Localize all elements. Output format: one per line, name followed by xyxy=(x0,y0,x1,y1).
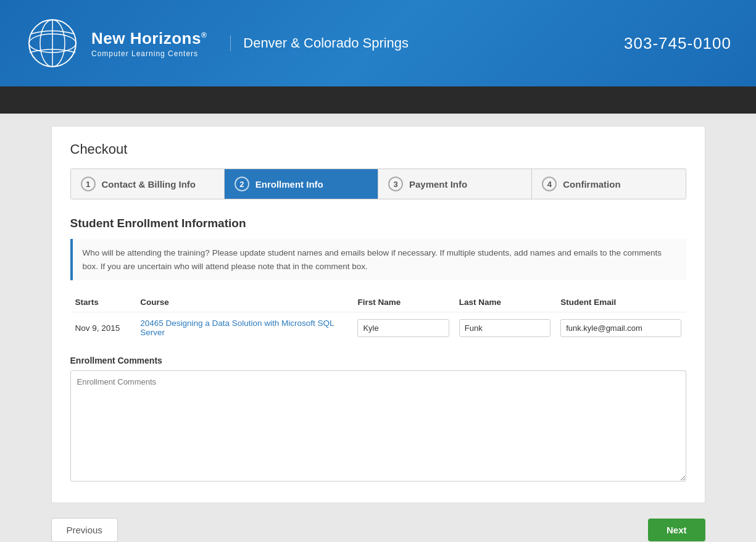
col-header-email: Student Email xyxy=(555,294,686,312)
course-link[interactable]: 20465 Designing a Data Solution with Mic… xyxy=(140,319,334,337)
step-confirmation[interactable]: 4 Confirmation xyxy=(532,169,685,199)
enrollment-info-box: Who will be attending the training? Plea… xyxy=(70,239,686,280)
table-row: Nov 9, 2015 20465 Designing a Data Solut… xyxy=(70,312,686,344)
comments-label: Enrollment Comments xyxy=(70,356,686,365)
logo-area: New Horizons® Computer Learning Centers … xyxy=(25,15,409,71)
step-2-label: Enrollment Info xyxy=(255,179,323,190)
step-contact[interactable]: 1 Contact & Billing Info xyxy=(71,169,225,199)
col-header-lastname: Last Name xyxy=(454,294,555,312)
row-firstname-cell xyxy=(352,312,454,344)
previous-button[interactable]: Previous xyxy=(51,518,118,542)
logo-text: New Horizons® Computer Learning Centers xyxy=(91,29,207,58)
next-button[interactable]: Next xyxy=(648,519,705,541)
logo-globe-icon xyxy=(25,15,80,71)
comments-textarea[interactable] xyxy=(70,370,686,482)
step-payment[interactable]: 3 Payment Info xyxy=(378,169,532,199)
brand-text: New Horizons xyxy=(91,29,201,48)
logo-brand-name: New Horizons® xyxy=(91,29,207,48)
page-header: New Horizons® Computer Learning Centers … xyxy=(0,0,756,86)
col-header-course: Course xyxy=(135,294,352,312)
steps-bar: 1 Contact & Billing Info 2 Enrollment In… xyxy=(70,169,686,199)
step-4-label: Confirmation xyxy=(563,179,620,190)
step-4-num: 4 xyxy=(542,177,557,191)
section-title: Student Enrollment Information xyxy=(70,217,686,230)
row-email-cell xyxy=(555,312,686,344)
firstname-input[interactable] xyxy=(357,319,449,337)
main-wrapper: Checkout 1 Contact & Billing Info 2 Enro… xyxy=(0,114,756,542)
checkout-title: Checkout xyxy=(70,141,686,157)
col-header-firstname: First Name xyxy=(352,294,454,312)
step-1-label: Contact & Billing Info xyxy=(102,179,196,190)
logo-subtitle: Computer Learning Centers xyxy=(91,49,207,58)
col-header-starts: Starts xyxy=(70,294,136,312)
row-course: 20465 Designing a Data Solution with Mic… xyxy=(135,312,352,344)
lastname-input[interactable] xyxy=(459,319,550,337)
step-3-num: 3 xyxy=(388,177,403,191)
trademark: ® xyxy=(201,31,207,40)
phone-number: 303-745-0100 xyxy=(624,34,731,53)
row-lastname-cell xyxy=(454,312,555,344)
email-input[interactable] xyxy=(560,319,681,337)
nav-bar xyxy=(0,86,756,114)
enrollment-info-text: Who will be attending the training? Plea… xyxy=(83,248,662,271)
location-text: Denver & Colorado Springs xyxy=(230,35,409,51)
step-3-label: Payment Info xyxy=(409,179,467,190)
step-2-num: 2 xyxy=(235,177,249,191)
step-1-num: 1 xyxy=(81,177,96,191)
row-starts: Nov 9, 2015 xyxy=(70,312,136,344)
nav-buttons: Previous Next xyxy=(51,518,705,542)
checkout-container: Checkout 1 Contact & Billing Info 2 Enro… xyxy=(51,126,705,503)
enrollment-table: Starts Course First Name Last Name Stude… xyxy=(70,294,686,343)
step-enrollment[interactable]: 2 Enrollment Info xyxy=(225,169,378,199)
